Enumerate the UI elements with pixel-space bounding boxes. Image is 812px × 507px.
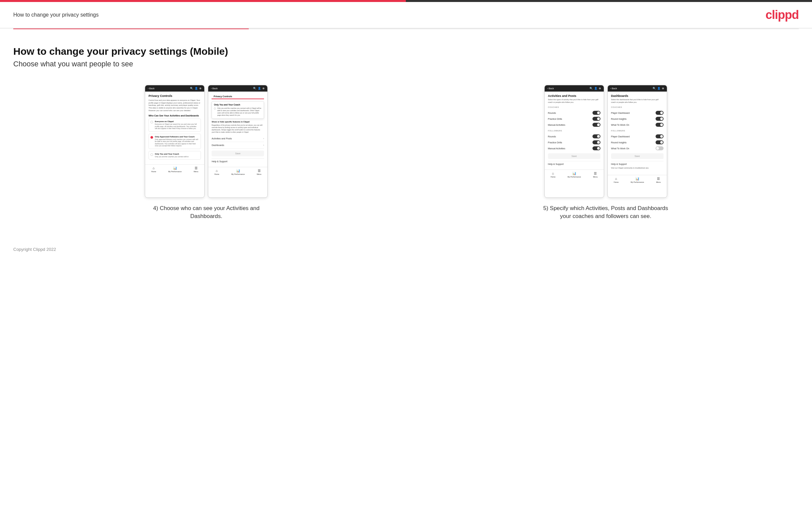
nav-menu-3[interactable]: ☰ Menu — [593, 172, 598, 178]
settings-icon-4[interactable]: ⊕ — [662, 87, 664, 90]
screen2-body: Privacy Controls Only You and Your Coach… — [208, 92, 267, 167]
menu-activities[interactable]: Activities and Posts › — [211, 135, 264, 142]
caption-left: 4) Choose who can see your Activities an… — [143, 205, 269, 220]
toggle-coaches-round-insights-switch[interactable] — [656, 117, 664, 121]
phone-screens-left: ‹ Back 🔍 👤 ⊕ Privacy Controls Control ho… — [13, 85, 400, 198]
toggle-coaches-rounds-switch[interactable] — [593, 111, 601, 115]
chart-icon-3: 📊 — [572, 172, 576, 175]
search-icon[interactable]: 🔍 — [190, 87, 193, 90]
screen2-header: ‹ Back 🔍 👤 ⊕ — [208, 85, 267, 92]
nav-performance-3[interactable]: 📊 My Performance — [568, 172, 581, 178]
screen3-coaches-label: COACHES — [548, 106, 601, 108]
coaches-drills-label: Practice Drills — [548, 118, 562, 120]
nav-performance-4[interactable]: 📊 My Performance — [631, 177, 644, 183]
screen2-mockup: ‹ Back 🔍 👤 ⊕ Privacy Controls — [208, 85, 268, 198]
radio-only-you-label: Only You and Your Coach — [155, 153, 189, 155]
radio-everyone-label: Everyone on Clippd — [155, 120, 199, 122]
screen4-mockup: ‹ Back 🔍 👤 ⊕ Dashboards Select the dashb… — [607, 85, 667, 198]
save-button-4[interactable]: Save — [611, 153, 664, 159]
menu-dashboards-label: Dashboards — [211, 144, 224, 146]
nav-home-2[interactable]: ⌂ Home — [214, 169, 219, 175]
toggle-coaches-manual-switch[interactable] — [593, 123, 601, 127]
home-icon-2: ⌂ — [216, 169, 218, 173]
toggle-coaches-drills-switch[interactable] — [593, 117, 601, 121]
tooltip-title: Only You and Your Coach — [214, 104, 262, 106]
person-icon[interactable]: 👤 — [195, 87, 198, 90]
screen2-back[interactable]: ‹ Back — [211, 87, 217, 90]
nav-menu-label: Menu — [194, 171, 198, 173]
settings-icon-2[interactable]: ⊕ — [262, 87, 265, 90]
nav-home-4[interactable]: ⌂ Home — [614, 177, 619, 183]
tooltip-text: Only you and the coaches you connect wit… — [217, 107, 262, 116]
toggle-followers-manual-switch[interactable] — [593, 146, 601, 150]
menu-icon-2: ☰ — [258, 169, 261, 173]
screen3-back-label: Back — [549, 87, 554, 90]
toggle-coaches-rounds: Rounds — [548, 110, 601, 116]
nav-menu-4-label: Menu — [656, 181, 661, 183]
save-button-3[interactable]: Save — [548, 153, 601, 159]
screen1-bottom-nav: ⌂ Home 📊 My Performance ☰ Menu — [145, 164, 204, 174]
toggle-followers-rounds-switch[interactable] — [593, 134, 601, 138]
coaches-manual-label: Manual Activities — [548, 124, 565, 126]
screen2-tab-bar: Privacy Controls — [211, 94, 264, 99]
toggle-coaches-round-insights: Round Insights — [611, 116, 664, 122]
screen1-back[interactable]: ‹ Back — [148, 87, 154, 90]
radio-approved-content: Only Approved Followers and Your Coach O… — [155, 136, 199, 147]
search-icon-2[interactable]: 🔍 — [253, 87, 256, 90]
person-icon-2[interactable]: 👤 — [258, 87, 261, 90]
nav-home-1[interactable]: ⌂ Home — [151, 166, 156, 173]
nav-performance-1[interactable]: 📊 My Performance — [168, 166, 182, 173]
radio-approved[interactable]: Only Approved Followers and Your Coach O… — [148, 134, 201, 149]
nav-menu-1[interactable]: ☰ Menu — [194, 166, 198, 173]
page-subtitle: Choose what you want people to see — [13, 60, 799, 68]
toggle-followers-round-insights-switch[interactable] — [656, 140, 664, 144]
caption-right: 5) Specify which Activities, Posts and D… — [543, 205, 669, 220]
help-section-3: Help & Support — [548, 161, 601, 167]
nav-performance-label: My Performance — [168, 171, 182, 173]
screen2-bottom-nav: ⌂ Home 📊 My Performance ☰ Menu — [208, 167, 267, 177]
nav-performance-2[interactable]: 📊 My Performance — [232, 169, 245, 175]
settings-icon[interactable]: ⊕ — [199, 87, 202, 90]
screen3-header: ‹ Back 🔍 👤 ⊕ — [545, 85, 604, 92]
toggle-coaches-player-dash-switch[interactable] — [656, 111, 664, 115]
screen3-back[interactable]: ‹ Back — [547, 87, 554, 90]
settings-icon-3[interactable]: ⊕ — [599, 87, 601, 90]
footer: Copyright Clippd 2022 — [0, 240, 812, 259]
screenshots-section: ‹ Back 🔍 👤 ⊕ Privacy Controls Control ho… — [13, 85, 799, 220]
screen3-body: Activities and Posts Select the types of… — [545, 92, 604, 170]
screen3-desc: Select the types of activity that you'd … — [548, 99, 601, 104]
coaches-player-dash-label: Player Dashboard — [611, 112, 630, 114]
radio-only-you-content: Only You and Your Coach Only you and the… — [155, 153, 189, 158]
screen4-followers-label: FOLLOWERS — [611, 130, 664, 132]
search-icon-3[interactable]: 🔍 — [590, 87, 593, 90]
tab-privacy-controls[interactable]: Privacy Controls — [211, 94, 234, 99]
toggle-followers-what-to-work-on-switch[interactable] — [656, 146, 664, 150]
screen1-back-label: Back — [149, 87, 155, 90]
logo: clippd — [765, 8, 799, 22]
chart-icon-2: 📊 — [236, 169, 240, 173]
screen4-back-label: Back — [612, 87, 617, 90]
radio-approved-desc: Only approved followers and coaches you … — [155, 138, 199, 147]
nav-home-3[interactable]: ⌂ Home — [551, 172, 556, 178]
screen3-title: Activities and Posts — [548, 94, 601, 98]
screen3-followers-label: FOLLOWERS — [548, 130, 601, 132]
save-button-2[interactable]: Save — [211, 151, 264, 156]
toggle-followers-rounds: Rounds — [548, 133, 601, 139]
menu-dashboards[interactable]: Dashboards › — [211, 142, 264, 149]
radio-everyone[interactable]: Everyone on Clippd Everyone on Clippd ca… — [148, 118, 201, 132]
nav-home-3-label: Home — [551, 176, 556, 178]
person-icon-4[interactable]: 👤 — [657, 87, 661, 90]
toggle-followers-player-dash: Player Dashboard — [611, 133, 664, 139]
nav-menu-2[interactable]: ☰ Menu — [257, 169, 261, 175]
home-icon: ⌂ — [153, 166, 155, 170]
screen4-back[interactable]: ‹ Back — [610, 87, 617, 90]
toggle-coaches-what-to-work-on-switch[interactable] — [656, 123, 664, 127]
search-icon-4[interactable]: 🔍 — [653, 87, 656, 90]
toggle-followers-drills-switch[interactable] — [593, 140, 601, 144]
toggle-followers-player-dash-switch[interactable] — [656, 134, 664, 138]
menu-activities-arrow: › — [263, 137, 264, 140]
person-icon-3[interactable]: 👤 — [594, 87, 598, 90]
nav-menu-4[interactable]: ☰ Menu — [656, 177, 661, 183]
followers-drills-label: Practice Drills — [548, 142, 562, 144]
radio-only-you[interactable]: Only You and Your Coach Only you and the… — [148, 151, 201, 160]
